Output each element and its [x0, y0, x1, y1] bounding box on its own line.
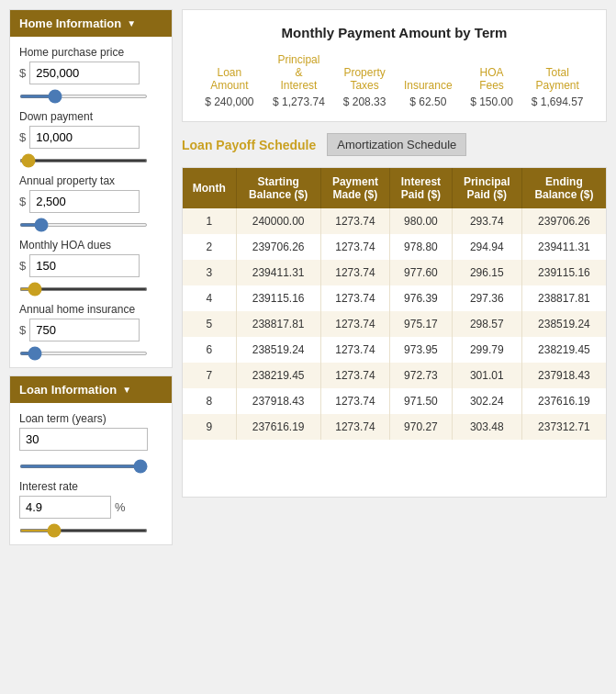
table-row: 4239115.161273.74976.39297.36238817.81	[183, 285, 606, 311]
home-information-title: Home Information	[19, 17, 121, 30]
annual-home-insurance-slider[interactable]	[19, 352, 148, 355]
amortization-table: Month StartingBalance ($) PaymentMade ($…	[183, 168, 606, 440]
table-cell: 7	[183, 363, 236, 388]
table-cell: 1273.74	[320, 260, 389, 285]
down-payment-slider[interactable]	[19, 159, 148, 162]
annual-property-tax-label: Annual property tax	[19, 174, 162, 187]
table-cell: 297.36	[452, 285, 521, 311]
monthly-hoa-dues-input[interactable]	[29, 254, 140, 277]
down-payment-input[interactable]	[29, 126, 140, 149]
table-cell: 238519.24	[236, 337, 320, 363]
table-cell: 1273.74	[320, 285, 389, 311]
table-cell: 971.50	[390, 388, 452, 414]
table-cell: 976.39	[390, 285, 452, 311]
table-cell: 8	[183, 388, 236, 414]
tab-amortization[interactable]: Amortization Schedule	[327, 133, 466, 156]
monthly-hoa-dues-label: Monthly HOA dues	[19, 239, 162, 252]
table-cell: 294.94	[452, 234, 521, 260]
home-purchase-price-input[interactable]	[29, 62, 140, 84]
table-cell: 1273.74	[320, 234, 389, 260]
table-cell: 239706.26	[521, 208, 606, 234]
table-cell: 296.15	[452, 260, 521, 285]
table-cell: 302.24	[452, 388, 521, 414]
summary-col-property-taxes: PropertyTaxes	[334, 51, 395, 94]
summary-row: $ 240,000 $ 1,273.74 $ 208.33 $ 62.50 $ …	[196, 94, 593, 110]
table-cell: 298.57	[452, 311, 521, 337]
table-cell: 237312.71	[521, 414, 606, 440]
annual-home-insurance-label: Annual home insurance	[19, 303, 162, 316]
down-payment-label: Down payment	[19, 110, 162, 123]
annual-property-tax-field: Annual property tax $	[19, 174, 162, 229]
summary-val-loan-amount: $ 240,000	[196, 94, 263, 110]
table-row: 1240000.001273.74980.00293.74239706.26	[183, 208, 606, 234]
annual-property-tax-input[interactable]	[29, 190, 140, 213]
summary-val-hoa-fees: $ 150.00	[462, 94, 522, 110]
summary-col-loan-amount: LoanAmount	[196, 51, 263, 94]
dollar-sign-2: $	[19, 130, 26, 144]
interest-rate-slider[interactable]	[19, 529, 148, 532]
summary-col-insurance: Insurance	[395, 51, 462, 94]
summary-col-total-payment: TotalPayment	[521, 51, 593, 94]
summary-table: LoanAmount Principal&Interest PropertyTa…	[196, 51, 593, 110]
table-cell: 239411.31	[521, 234, 606, 260]
table-cell: 239115.16	[236, 285, 320, 311]
summary-col-principal-interest: Principal&Interest	[263, 51, 335, 94]
loan-information-header[interactable]: Loan Information ▼	[10, 376, 172, 403]
monthly-hoa-dues-field: Monthly HOA dues $	[19, 239, 162, 294]
loan-term-label: Loan term (years)	[19, 412, 162, 425]
table-row: 6238519.241273.74973.95299.79238219.45	[183, 337, 606, 363]
table-cell: 239115.16	[521, 260, 606, 285]
summary-col-hoa-fees: HOAFees	[462, 51, 522, 94]
table-cell: 5	[183, 311, 236, 337]
table-cell: 293.74	[452, 208, 521, 234]
col-payment-made: PaymentMade ($)	[320, 168, 389, 208]
right-panel: Monthly Payment Amount by Term LoanAmoun…	[182, 9, 607, 545]
monthly-hoa-dues-slider[interactable]	[19, 287, 148, 291]
left-panel: Home Information ▼ Home purchase price $…	[9, 9, 173, 545]
table-cell: 1273.74	[320, 388, 389, 414]
table-cell: 238817.81	[521, 285, 606, 311]
home-purchase-price-field: Home purchase price $	[19, 46, 162, 101]
table-cell: 1	[183, 208, 236, 234]
tab-loan-payoff[interactable]: Loan Payoff Schedule	[182, 138, 316, 152]
interest-rate-field: Interest rate %	[19, 480, 162, 535]
loan-information-title: Loan Information	[19, 383, 117, 397]
table-cell: 6	[183, 337, 236, 363]
loan-info-arrow-icon: ▼	[122, 385, 131, 395]
summary-title: Monthly Payment Amount by Term	[196, 25, 593, 40]
dollar-sign-1: $	[19, 66, 26, 80]
summary-val-total-payment: $ 1,694.57	[521, 94, 593, 110]
loan-term-input[interactable]	[19, 428, 148, 451]
home-information-body: Home purchase price $ Down payment $	[10, 37, 172, 367]
table-cell: 238219.45	[236, 363, 320, 388]
summary-val-principal-interest: $ 1,273.74	[263, 94, 335, 110]
table-cell: 9	[183, 414, 236, 440]
col-principal-paid: PrincipalPaid ($)	[452, 168, 521, 208]
table-row: 2239706.261273.74978.80294.94239411.31	[183, 234, 606, 260]
home-information-section: Home Information ▼ Home purchase price $…	[9, 9, 173, 368]
home-information-header[interactable]: Home Information ▼	[10, 10, 172, 37]
table-cell: 3	[183, 260, 236, 285]
home-purchase-price-slider[interactable]	[19, 95, 148, 98]
table-row: 7238219.451273.74972.73301.01237918.43	[183, 363, 606, 388]
table-cell: 239411.31	[236, 260, 320, 285]
table-cell: 238817.81	[236, 311, 320, 337]
table-cell: 1273.74	[320, 208, 389, 234]
table-cell: 4	[183, 285, 236, 311]
table-cell: 1273.74	[320, 337, 389, 363]
loan-term-slider[interactable]	[19, 465, 148, 468]
schedule-tabs: Loan Payoff Schedule Amortization Schedu…	[182, 129, 607, 160]
amortization-table-container[interactable]: Month StartingBalance ($) PaymentMade ($…	[182, 167, 607, 498]
dollar-sign-5: $	[19, 323, 26, 337]
annual-home-insurance-input[interactable]	[29, 319, 140, 341]
interest-rate-label: Interest rate	[19, 480, 162, 493]
interest-rate-input[interactable]	[19, 496, 111, 519]
table-cell: 973.95	[390, 337, 452, 363]
table-row: 9237616.191273.74970.27303.48237312.71	[183, 414, 606, 440]
annual-property-tax-slider[interactable]	[19, 223, 148, 227]
table-row: 3239411.311273.74977.60296.15239115.16	[183, 260, 606, 285]
col-month: Month	[183, 168, 236, 208]
down-payment-field: Down payment $	[19, 110, 162, 165]
table-cell: 237616.19	[521, 388, 606, 414]
dollar-sign-3: $	[19, 195, 26, 208]
